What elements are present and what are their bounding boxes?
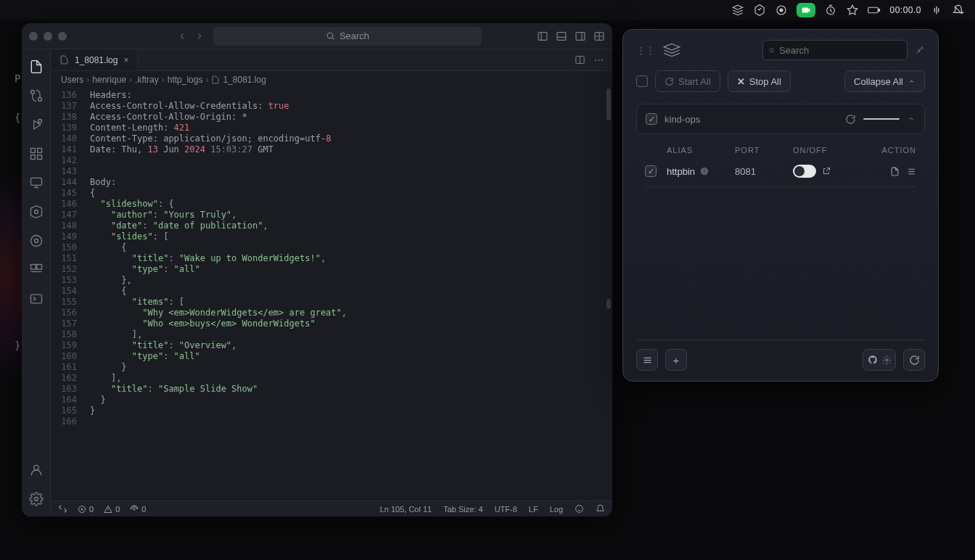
svg-rect-6: [538, 32, 547, 40]
svg-rect-17: [30, 178, 41, 185]
close-tab-icon[interactable]: ×: [123, 55, 128, 65]
svg-point-30: [770, 48, 773, 52]
svg-rect-8: [576, 32, 585, 40]
explorer-icon[interactable]: [29, 59, 44, 74]
layout-right-icon[interactable]: [575, 30, 586, 42]
tab-size[interactable]: Tab Size: 4: [443, 505, 482, 514]
row-checkbox[interactable]: [645, 165, 657, 177]
svg-rect-13: [30, 149, 35, 153]
settings-gear-icon[interactable]: [29, 492, 44, 506]
editor-area[interactable]: 1361371381391401411421431441451461471481…: [51, 88, 612, 501]
cursor-position[interactable]: Ln 105, Col 11: [380, 505, 432, 514]
editor-window: Search 1_8081: [22, 23, 612, 516]
add-button[interactable]: +: [665, 349, 687, 371]
audio-levels-icon[interactable]: [930, 4, 943, 17]
activity-icon-9[interactable]: [29, 292, 44, 306]
ports-count[interactable]: 0: [130, 505, 146, 514]
collapse-all-button[interactable]: Collapse All: [844, 70, 925, 92]
warnings-count[interactable]: 0: [104, 505, 120, 514]
recording-timer: 00:00.0: [889, 5, 921, 15]
source-control-icon[interactable]: [29, 88, 44, 103]
panel-search[interactable]: [762, 40, 908, 60]
tab-bar: 1_8081.log × ⋯: [51, 49, 612, 71]
record-indicator-icon[interactable]: [775, 4, 788, 17]
svg-rect-22: [36, 265, 41, 270]
onoff-toggle[interactable]: [793, 165, 816, 178]
screen-record-button[interactable]: [797, 3, 815, 17]
split-editor-icon[interactable]: [575, 54, 585, 65]
open-link-icon[interactable]: [822, 167, 831, 176]
group-refresh-icon[interactable]: [845, 114, 856, 125]
activity-icon-7[interactable]: [29, 234, 44, 248]
group-indicator: [863, 118, 900, 120]
bg-char: }: [15, 339, 20, 351]
tab-file[interactable]: 1_8081.log ×: [51, 49, 138, 70]
table-header: Alias Port On/Off Action: [636, 141, 925, 159]
log-icon[interactable]: [890, 167, 900, 176]
timer-icon[interactable]: [824, 4, 837, 17]
svg-rect-14: [37, 149, 41, 153]
traffic-lights[interactable]: [29, 32, 67, 41]
nav-back-icon[interactable]: [177, 31, 187, 41]
stop-all-button[interactable]: ✕ Stop All: [728, 70, 791, 92]
github-settings-button[interactable]: [863, 349, 896, 371]
layout-grid-icon[interactable]: [593, 30, 605, 42]
tab-label: 1_8081.log: [75, 55, 118, 65]
svg-point-10: [30, 91, 34, 94]
alias-label: httpbin: [667, 166, 695, 177]
chevron-down-icon[interactable]: [907, 115, 916, 123]
errors-count[interactable]: 0: [78, 505, 94, 514]
tray-icon-1[interactable]: [731, 4, 744, 17]
pin-icon[interactable]: [915, 45, 925, 55]
svg-rect-4: [879, 9, 880, 12]
kftray-panel: ⋮⋮ Start All ✕ Stop All Collapse All kin…: [622, 29, 939, 382]
tray-icon-2[interactable]: [753, 4, 766, 17]
svg-point-24: [33, 465, 38, 470]
app-logo-icon: [662, 43, 681, 57]
drag-handle-icon[interactable]: ⋮⋮: [636, 45, 655, 56]
bg-char: P: [15, 73, 20, 84]
layout-left-icon[interactable]: [537, 30, 548, 42]
svg-rect-21: [30, 265, 36, 270]
svg-point-1: [780, 9, 783, 12]
debug-icon[interactable]: [29, 118, 44, 132]
menu-button[interactable]: [636, 349, 658, 371]
eol[interactable]: LF: [529, 505, 538, 514]
feedback-icon[interactable]: [575, 504, 584, 514]
activity-icon-6[interactable]: [29, 205, 44, 219]
row-menu-icon[interactable]: [907, 167, 916, 176]
bell-icon[interactable]: [596, 504, 605, 514]
svg-point-28: [133, 508, 135, 510]
notifications-icon[interactable]: [952, 4, 965, 17]
panel-search-input[interactable]: [779, 45, 901, 56]
scrollbar-thumb[interactable]: [606, 88, 611, 120]
info-icon[interactable]: i: [699, 166, 709, 176]
language-mode[interactable]: Log: [550, 505, 563, 514]
port-value: 8081: [735, 166, 793, 177]
refresh-button[interactable]: [903, 349, 925, 371]
battery-icon[interactable]: [868, 4, 881, 17]
tray-icon-5[interactable]: [846, 4, 859, 17]
account-icon[interactable]: [29, 463, 44, 477]
extensions-icon[interactable]: [29, 147, 44, 161]
select-all-checkbox[interactable]: [636, 75, 648, 87]
svg-rect-3: [868, 7, 879, 13]
svg-point-25: [34, 498, 38, 501]
svg-point-33: [885, 358, 887, 361]
status-bar: 0 0 0 Ln 105, Col 11 Tab Size: 4 UTF-8 L…: [51, 501, 612, 516]
activity-icon-8[interactable]: [29, 263, 44, 277]
svg-point-18: [34, 210, 38, 214]
start-all-button[interactable]: Start All: [655, 70, 720, 92]
nav-forward-icon[interactable]: [194, 31, 205, 41]
layout-bottom-icon[interactable]: [556, 30, 567, 42]
svg-point-12: [38, 120, 41, 123]
command-search[interactable]: Search: [213, 27, 482, 46]
bg-char: {: [15, 112, 20, 123]
encoding[interactable]: UTF-8: [495, 505, 517, 514]
breadcrumbs[interactable]: Users› henrique› .kftray› http_logs› 1_8…: [51, 71, 612, 88]
remote-icon[interactable]: [29, 176, 44, 190]
remote-button[interactable]: [58, 504, 67, 514]
group-checkbox[interactable]: [646, 113, 657, 125]
window-titlebar: Search: [22, 23, 612, 49]
more-actions-icon[interactable]: ⋯: [594, 54, 604, 65]
